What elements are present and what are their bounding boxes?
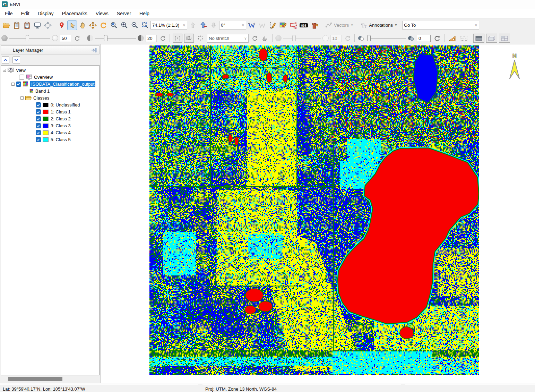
class-3-checkbox[interactable] xyxy=(36,123,41,128)
open-ntf-button[interactable]: NTF xyxy=(22,20,32,30)
class-4-color-swatch[interactable] xyxy=(43,130,49,135)
menu-views[interactable]: Views xyxy=(92,9,113,18)
multiple-views-button[interactable] xyxy=(486,34,497,43)
overview-checkbox[interactable] xyxy=(19,75,24,80)
sharpen-reset-button[interactable] xyxy=(343,33,352,43)
rotation-combo[interactable]: ∨ xyxy=(219,21,246,29)
vector-edit-button[interactable] xyxy=(257,20,267,30)
menu-display[interactable]: Display xyxy=(34,9,58,18)
contrast-slider-thumb[interactable] xyxy=(104,35,107,41)
menu-edit[interactable]: Edit xyxy=(17,9,34,18)
fly-tool-button[interactable] xyxy=(88,20,98,30)
zoom-level-input[interactable] xyxy=(151,23,181,28)
chevron-down-icon[interactable]: ∨ xyxy=(473,23,479,27)
layer-checkbox[interactable] xyxy=(16,82,21,87)
tree-node-view[interactable]: View xyxy=(1,67,99,74)
classification-image[interactable] xyxy=(149,45,479,375)
zoom-rectangle-button[interactable] xyxy=(140,20,150,30)
contrast-slider[interactable] xyxy=(95,35,136,42)
tree-node-band[interactable]: Band 1 xyxy=(1,87,99,94)
stretch-reset-button[interactable] xyxy=(250,33,259,43)
sharpen-value[interactable] xyxy=(331,35,341,42)
goto-combo[interactable]: ∨ xyxy=(402,21,479,29)
annotations-dropdown[interactable]: Annotations ▼ xyxy=(359,22,399,29)
rotate-view-button[interactable] xyxy=(98,20,108,30)
tree-node-class-3[interactable]: 3: Class 3 xyxy=(1,122,99,129)
stretch-view-button[interactable] xyxy=(196,34,205,43)
layer-manager-hscrollbar[interactable] xyxy=(1,376,100,382)
rotate-to-north-button[interactable] xyxy=(198,20,208,30)
vector-create-button[interactable] xyxy=(247,20,257,30)
stretch-extent-button[interactable] xyxy=(173,34,182,43)
new-display-button[interactable] xyxy=(33,20,42,30)
move-layer-down-button[interactable] xyxy=(12,56,20,64)
tree-node-class-1[interactable]: 1: Class 1 xyxy=(1,108,99,115)
previous-extent-button[interactable] xyxy=(188,20,198,30)
goto-input[interactable] xyxy=(403,23,473,28)
dock-panel-icon[interactable] xyxy=(91,48,97,53)
class-4-checkbox[interactable] xyxy=(36,130,41,135)
measurement-tool-button[interactable] xyxy=(268,20,277,30)
zoom-fit-button[interactable] xyxy=(109,20,119,30)
tree-node-class-5[interactable]: 5: Class 5 xyxy=(1,136,99,143)
cursor-value-button[interactable]: 008 xyxy=(299,20,309,30)
vectors-dropdown[interactable]: Vectors ▼ xyxy=(324,22,355,29)
transparency-slider-thumb[interactable] xyxy=(367,35,371,41)
rotation-input[interactable] xyxy=(219,23,240,28)
menu-placemarks[interactable]: Placemarks xyxy=(58,9,92,18)
protractor-button[interactable] xyxy=(447,33,457,43)
pan-tool-button[interactable] xyxy=(78,20,87,30)
class-0-color-swatch[interactable] xyxy=(43,103,49,107)
tree-node-class-2[interactable]: 2: Class 2 xyxy=(1,115,99,122)
transparency-reset-button[interactable] xyxy=(432,33,441,43)
select-tool-button[interactable] xyxy=(67,20,77,30)
collapse-icon[interactable] xyxy=(11,83,15,86)
stretch-type-input[interactable] xyxy=(207,36,243,41)
class-2-checkbox[interactable] xyxy=(36,116,41,121)
sharpen-slider-thumb[interactable] xyxy=(292,35,296,41)
hscrollbar-thumb[interactable] xyxy=(8,377,62,381)
grid-views-button[interactable] xyxy=(499,34,510,43)
stretch-type-combo[interactable]: ∨ xyxy=(207,34,249,43)
sharpen-slider[interactable] xyxy=(283,35,321,42)
dataset-navigate-icon[interactable] xyxy=(43,20,53,30)
single-view-button[interactable] xyxy=(473,34,484,43)
data-manager-button[interactable] xyxy=(12,20,21,30)
chevron-down-icon[interactable]: ∨ xyxy=(240,23,246,27)
class-2-color-swatch[interactable] xyxy=(43,117,49,121)
class-3-color-swatch[interactable] xyxy=(43,123,49,128)
tree-node-layer[interactable]: ISODATA_Classification_output xyxy=(1,80,99,87)
class-5-checkbox[interactable] xyxy=(36,137,41,142)
chevron-down-icon[interactable]: ∨ xyxy=(181,23,187,27)
zoom-in-button[interactable] xyxy=(119,20,129,30)
tree-node-overview[interactable]: Overview xyxy=(1,74,99,80)
contrast-reset-button[interactable] xyxy=(158,33,167,43)
menu-server[interactable]: Server xyxy=(113,9,135,18)
chevron-down-icon[interactable]: ∨ xyxy=(243,36,248,40)
histogram-stretch-button[interactable] xyxy=(260,33,269,43)
menu-file[interactable]: File xyxy=(1,9,17,18)
menu-help[interactable]: Help xyxy=(135,9,154,18)
tree-node-class-4[interactable]: 4: Class 4 xyxy=(1,129,99,136)
brightness-slider-thumb[interactable] xyxy=(26,35,29,41)
class-0-checkbox[interactable] xyxy=(36,102,41,108)
open-file-button[interactable] xyxy=(1,20,11,30)
roi-tool-button[interactable]: roi xyxy=(288,20,298,30)
edit-raster-button[interactable] xyxy=(278,20,288,30)
collapse-icon[interactable] xyxy=(3,69,6,72)
transparency-value[interactable] xyxy=(417,35,430,42)
class-1-checkbox[interactable] xyxy=(36,109,41,114)
zoom-out-button[interactable] xyxy=(130,20,139,30)
zoom-level-combo[interactable]: ∨ xyxy=(150,21,187,29)
contrast-value[interactable] xyxy=(146,35,156,42)
stretch-auto-button[interactable] xyxy=(184,34,194,43)
tree-node-classes[interactable]: Classes xyxy=(1,94,99,101)
feature-counting-button[interactable] xyxy=(309,20,319,30)
tree-node-class-0[interactable]: 0: Unclassified xyxy=(1,101,99,108)
collapse-icon[interactable] xyxy=(20,96,24,100)
brightness-reset-button[interactable] xyxy=(73,33,81,43)
brightness-value[interactable] xyxy=(60,35,71,42)
class-5-color-swatch[interactable] xyxy=(43,137,49,142)
brightness-slider[interactable] xyxy=(9,35,50,42)
scale-bar-button[interactable] xyxy=(459,33,468,43)
